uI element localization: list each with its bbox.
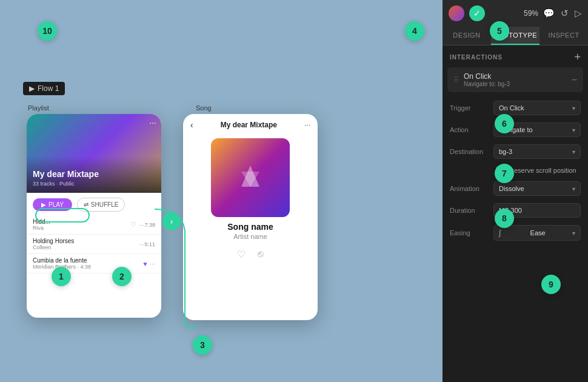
toolbar-icons: 💬 ↺ ▷ (543, 8, 582, 19)
preserve-scroll-row: Preserve scroll position (443, 163, 588, 178)
trigger-label: Trigger (450, 104, 493, 112)
track-artist: Colleen (33, 244, 139, 250)
annotation-2: 2 (112, 267, 132, 286)
annotation-6: 6 (495, 114, 514, 133)
panel-tabs: DESIGN PROTOTYPE INSPECT (443, 27, 588, 45)
playlist-title: My dear Mixtape (33, 169, 99, 179)
remove-interaction-button[interactable]: − (572, 75, 577, 85)
song-title: Song name (183, 222, 318, 232)
playlist-section-label: Playlist (28, 104, 49, 112)
chevron-down-icon: ▾ (572, 230, 575, 236)
interactions-header: INTERACTIONS + (443, 45, 588, 67)
play-button-highlight (35, 208, 90, 223)
annotation-10: 10 (38, 21, 57, 41)
track-name: Cumbia de la fuente (33, 257, 143, 264)
more-icon: ··· (139, 221, 144, 229)
interactions-label: INTERACTIONS (450, 54, 503, 61)
easing-value: Ease (530, 229, 546, 236)
easing-label: Easing (450, 229, 493, 236)
song-nav-title: My dear Mixtape (221, 121, 277, 129)
trigger-value: On Click (499, 104, 524, 112)
song-actions: ♡ ⎋ (183, 249, 318, 260)
trigger-select[interactable]: On Click ▾ (493, 101, 581, 115)
action-label: Action (450, 126, 493, 133)
play-preview-icon[interactable]: ▷ (575, 8, 582, 19)
track-icons: ♥ ··· (143, 260, 155, 267)
chevron-down-icon: ▾ (572, 105, 575, 112)
duration-row: Duration MS 300 (443, 199, 588, 221)
song-artwork (211, 138, 290, 217)
annotation-1: 1 (52, 267, 71, 286)
action-row: Action Navigate to ▾ (443, 119, 588, 141)
track-duration: 7:38 (144, 222, 155, 228)
play-button-label: PLAY (48, 201, 64, 208)
destination-value: bg-3 (499, 148, 512, 155)
annotation-8: 8 (495, 209, 514, 228)
flow-label-text: Flow 1 (38, 84, 59, 93)
panel-content: INTERACTIONS + ⠿ On Click Navigate to: b… (443, 45, 588, 382)
user-avatar (449, 5, 464, 21)
comment-icon[interactable]: 💬 (543, 8, 555, 19)
annotation-4: 4 (405, 21, 424, 41)
duration-label: Duration (450, 207, 493, 214)
animation-row: Animation Dissolve ▾ (443, 178, 588, 199)
zoom-level[interactable]: 59% (524, 9, 538, 18)
artwork-shape-icon (235, 163, 266, 193)
interaction-title: On Click (464, 72, 567, 81)
share-icon[interactable]: ⎋ (258, 249, 264, 260)
trigger-row: Trigger On Click ▾ (443, 97, 588, 119)
track-name: Holding Horses (33, 238, 139, 244)
annotation-5: 5 (490, 21, 509, 41)
canvas-area: ▶ Flow 1 Playlist Song ··· My dear Mixta… (0, 0, 443, 382)
add-interaction-button[interactable]: + (574, 52, 581, 62)
easing-curve-icon: ∫ (499, 229, 501, 237)
destination-label: Destination (450, 148, 493, 155)
shuffle-button-label: SHUFFLE (91, 201, 119, 208)
annotation-9: 9 (541, 275, 561, 294)
playlist-dots-icon[interactable]: ··· (149, 118, 156, 127)
interaction-info: On Click Navigate to: bg-3 (464, 72, 567, 87)
preserve-scroll-label: Preserve scroll position (507, 167, 576, 174)
arrow-connector: › (162, 212, 181, 230)
heart-filled-icon: ♥ (143, 260, 147, 267)
destination-row: Destination bg-3 ▾ (443, 141, 588, 163)
annotation-3: 3 (193, 335, 212, 355)
play-icon: ▶ (29, 84, 35, 93)
song-phone-frame: ‹ My dear Mixtape ··· Song name Artist n… (183, 114, 318, 320)
song-navigation: ‹ My dear Mixtape ··· (183, 114, 318, 133)
heart-icon: ♡ (130, 221, 136, 229)
animation-select[interactable]: Dissolve ▾ (493, 181, 581, 196)
interaction-item[interactable]: ⠿ On Click Navigate to: bg-3 − (447, 67, 583, 92)
song-artist: Artist name (183, 233, 318, 240)
tab-inspect[interactable]: INSPECT (540, 27, 588, 45)
check-icon: ✓ (469, 5, 485, 21)
interaction-subtitle: Navigate to: bg-3 (464, 81, 567, 87)
track-icons: ♡ ··· (130, 221, 144, 229)
track-icons: ··· (139, 241, 144, 248)
back-icon[interactable]: ‹ (190, 120, 193, 130)
track-item[interactable]: Holding Horses Colleen ··· 5:11 (27, 235, 161, 254)
right-panel: ✓ 59% 💬 ↺ ▷ DESIGN PROTOTYPE INSPECT INT… (443, 0, 588, 382)
animation-value: Dissolve (499, 185, 524, 192)
chevron-down-icon: ▾ (572, 186, 575, 192)
track-item[interactable]: Cumbia de la fuente Meridian Brothers · … (27, 254, 161, 273)
animation-label: Animation (450, 185, 493, 192)
song-dots-icon[interactable]: ··· (304, 121, 310, 129)
song-section-label: Song (196, 104, 212, 112)
easing-row: Easing ∫ Ease ▾ (443, 221, 588, 244)
heart-icon[interactable]: ♡ (237, 249, 246, 260)
history-icon[interactable]: ↺ (561, 8, 569, 19)
drag-handle-icon: ⠿ (453, 76, 459, 84)
more-icon: ··· (150, 260, 155, 267)
flow-label: ▶ Flow 1 (23, 82, 65, 95)
annotation-7: 7 (495, 164, 514, 183)
play-icon: ▶ (41, 201, 46, 208)
destination-select[interactable]: bg-3 ▾ (493, 144, 581, 159)
playlist-header-image: ··· My dear Mixtape 33 tracks · Public (27, 114, 161, 193)
tab-design[interactable]: DESIGN (443, 27, 491, 45)
track-info: Holding Horses Colleen (33, 238, 139, 250)
panel-toolbar: ✓ 59% 💬 ↺ ▷ (443, 0, 588, 27)
more-icon: ··· (139, 241, 144, 248)
chevron-down-icon: ▾ (572, 149, 575, 155)
track-artist: Riva (33, 225, 130, 231)
